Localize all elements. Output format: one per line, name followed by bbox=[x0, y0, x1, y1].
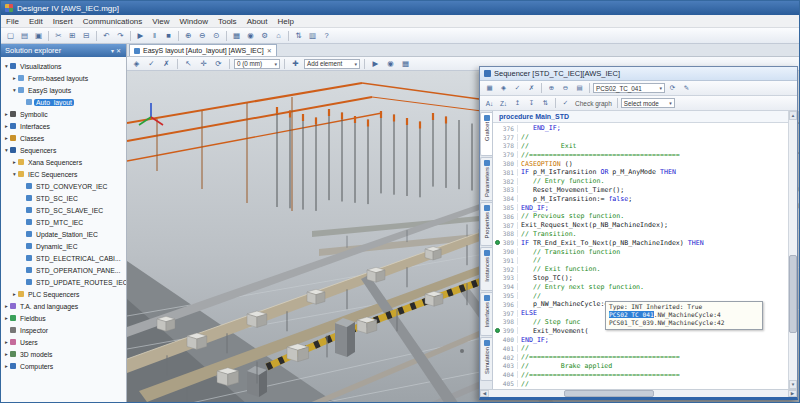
tree-expander-icon[interactable]: ▸ bbox=[11, 159, 18, 165]
copy-icon[interactable]: ⊞ bbox=[66, 30, 79, 42]
scrollbar-track[interactable] bbox=[789, 120, 797, 380]
lock-icon[interactable]: ◈ bbox=[130, 58, 143, 70]
sort-desc-icon[interactable]: Z↓ bbox=[497, 97, 510, 109]
code-line-385[interactable]: 385END_IF; bbox=[493, 203, 788, 212]
code-line-395[interactable]: 395 // bbox=[493, 291, 788, 300]
edit-icon[interactable]: ✎ bbox=[680, 82, 693, 94]
zoom-out-icon[interactable]: ⊖ bbox=[196, 30, 209, 42]
code-line-402[interactable]: 402//===================================… bbox=[493, 353, 788, 362]
code-line-404[interactable]: 404//===================================… bbox=[493, 370, 788, 379]
tree-expander-icon[interactable]: ▸ bbox=[3, 303, 10, 309]
tree-item-std-electrical-cabi[interactable]: STD_ELECTRICAL_CABI... bbox=[1, 252, 126, 264]
tree-item-std-update-routes-iec[interactable]: STD_UPDATE_ROUTES_IEC bbox=[1, 276, 126, 288]
zoom-in-icon[interactable]: ⊕ bbox=[182, 30, 195, 42]
undo-icon[interactable]: ↶ bbox=[100, 30, 113, 42]
tree-expander-icon[interactable]: ▸ bbox=[3, 351, 10, 357]
pause-icon[interactable]: ‖ bbox=[148, 30, 161, 42]
code-line-400[interactable]: 400END_IF; bbox=[493, 335, 788, 344]
sequencer-vertical-scrollbar[interactable]: ▲ ▼ bbox=[788, 111, 797, 389]
cancel-icon[interactable]: ✗ bbox=[160, 58, 173, 70]
camera-icon[interactable]: ◉ bbox=[244, 30, 257, 42]
code-line-405[interactable]: 405// bbox=[493, 379, 788, 388]
code-line-392[interactable]: 392 // Exit function. bbox=[493, 265, 788, 274]
code-line-388[interactable]: 388// Transition. bbox=[493, 230, 788, 239]
tree-item-classes[interactable]: ▸Classes bbox=[1, 132, 126, 144]
select-mode-dropdown[interactable]: Select mode▾ bbox=[621, 98, 675, 108]
code-line-387[interactable]: 387Exit_Request_Next(p_NB_MachineIndex); bbox=[493, 221, 788, 230]
tree-item-xana-sequencers[interactable]: ▸Xana Sequencers bbox=[1, 156, 126, 168]
code-line-378[interactable]: 378// Exit bbox=[493, 142, 788, 151]
instance-selector[interactable]: PCS02_TC_041▾ bbox=[593, 83, 665, 93]
side-tab-instances[interactable]: Instances bbox=[480, 247, 492, 291]
menu-view[interactable]: View bbox=[147, 17, 174, 26]
tree-item-form-based-layouts[interactable]: ▸Form-based layouts bbox=[1, 72, 126, 84]
code-line-403[interactable]: 403// Brake applied bbox=[493, 362, 788, 371]
code-line-389[interactable]: 389IF TR_End_Exit_To_Next(p_NB_MachineIn… bbox=[493, 238, 788, 247]
side-tab-simulation[interactable]: Simulation bbox=[480, 337, 492, 381]
apply-icon[interactable]: ✓ bbox=[511, 82, 524, 94]
code-line-391[interactable]: 391 // bbox=[493, 256, 788, 265]
code-line-383[interactable]: 383 Reset_Movement_Timer(); bbox=[493, 186, 788, 195]
tree-item-inspector[interactable]: Inspector bbox=[1, 324, 126, 336]
visibility-icon[interactable]: ◉ bbox=[384, 58, 397, 70]
add-element-dropdown[interactable]: Add element▾ bbox=[304, 59, 360, 69]
tree-item-auto-layout[interactable]: Auto_layout bbox=[1, 96, 126, 108]
scrollbar-thumb[interactable] bbox=[564, 390, 654, 397]
zoom-in-icon[interactable]: ⊕ bbox=[545, 82, 558, 94]
side-tab-grafcet[interactable]: Grafcet bbox=[480, 112, 492, 156]
redo-icon[interactable]: ↷ bbox=[114, 30, 127, 42]
code-line-384[interactable]: 384 p_M_IsTransition:= false; bbox=[493, 194, 788, 203]
tree-expander-icon[interactable]: ▸ bbox=[11, 291, 18, 297]
code-line-382[interactable]: 382 // Entry function. bbox=[493, 177, 788, 186]
tree-expander-icon[interactable]: ▸ bbox=[3, 363, 10, 369]
orbit-icon[interactable]: ⟳ bbox=[212, 58, 225, 70]
menu-insert[interactable]: Insert bbox=[48, 17, 78, 26]
code-line-386[interactable]: 386// Previous step function. bbox=[493, 212, 788, 221]
print-icon[interactable]: ▤ bbox=[573, 82, 586, 94]
stop-icon[interactable]: ■ bbox=[162, 30, 175, 42]
home-icon[interactable]: ⌂ bbox=[272, 30, 285, 42]
sort-asc-icon[interactable]: A↓ bbox=[483, 97, 496, 109]
tree-item-std-sc-iec[interactable]: STD_SC_IEC bbox=[1, 192, 126, 204]
code-line-377[interactable]: 377// bbox=[493, 133, 788, 142]
menu-about[interactable]: About bbox=[242, 17, 273, 26]
tree-item-computers[interactable]: ▸Computers bbox=[1, 360, 126, 372]
code-line-380[interactable]: 380CASEOPTION () bbox=[493, 159, 788, 168]
tree-item-std-sc-slave-iec[interactable]: STD_SC_SLAVE_IEC bbox=[1, 204, 126, 216]
tree-expander-icon[interactable]: ▾ bbox=[3, 63, 10, 69]
side-tab-parameters[interactable]: Parameters bbox=[480, 157, 492, 201]
breakpoint-gutter[interactable] bbox=[493, 328, 501, 333]
tree-item-update-station-iec[interactable]: Update_Station_IEC bbox=[1, 228, 126, 240]
check-icon[interactable]: ✓ bbox=[559, 97, 572, 109]
menu-help[interactable]: Help bbox=[273, 17, 299, 26]
tree-expander-icon[interactable]: ▸ bbox=[3, 135, 10, 141]
tree-item-symbolic[interactable]: ▸Symbolic bbox=[1, 108, 126, 120]
tree-item-easys-layouts[interactable]: ▾EasyS layouts bbox=[1, 84, 126, 96]
move-up-icon[interactable]: ↥ bbox=[511, 97, 524, 109]
select-icon[interactable]: ↖ bbox=[182, 58, 195, 70]
tree-item-visualizations[interactable]: ▾Visualizations bbox=[1, 60, 126, 72]
settings-icon[interactable]: ⚙ bbox=[258, 30, 271, 42]
scroll-left-icon[interactable]: ◀ bbox=[480, 390, 489, 397]
tree-item-dynamic-iec[interactable]: Dynamic_IEC bbox=[1, 240, 126, 252]
zoom-fit-icon[interactable]: ⊙ bbox=[210, 30, 223, 42]
zoom-out-icon[interactable]: ⊖ bbox=[559, 82, 572, 94]
menu-tools[interactable]: Tools bbox=[213, 17, 242, 26]
tree-item-users[interactable]: ▸Users bbox=[1, 336, 126, 348]
tab-close-icon[interactable]: ✕ bbox=[267, 47, 272, 54]
tree-item-fieldbus[interactable]: ▸Fieldbus bbox=[1, 312, 126, 324]
move-down-icon[interactable]: ↧ bbox=[525, 97, 538, 109]
grid-view-icon[interactable]: ▦ bbox=[399, 58, 412, 70]
tree-expander-icon[interactable]: ▸ bbox=[11, 75, 18, 81]
code-line-401[interactable]: 401// bbox=[493, 344, 788, 353]
measure-dropdown[interactable]: 0 (0 mm)▾ bbox=[234, 59, 280, 69]
tree-item-interfaces[interactable]: ▸Interfaces bbox=[1, 120, 126, 132]
breakpoint-gutter[interactable] bbox=[493, 240, 501, 245]
open-folder-icon[interactable]: ▤ bbox=[18, 30, 31, 42]
code-line-379[interactable]: 379//===================================… bbox=[493, 150, 788, 159]
discard-icon[interactable]: ✗ bbox=[525, 82, 538, 94]
tree-item-t-a-and-languages[interactable]: ▸T.A. and languages bbox=[1, 300, 126, 312]
side-tab-properties[interactable]: Properties bbox=[480, 202, 492, 246]
code-line-381[interactable]: 381IF p_M_IsTransition OR p_M_AnyMode TH… bbox=[493, 168, 788, 177]
paste-icon[interactable]: ⊟ bbox=[80, 30, 93, 42]
